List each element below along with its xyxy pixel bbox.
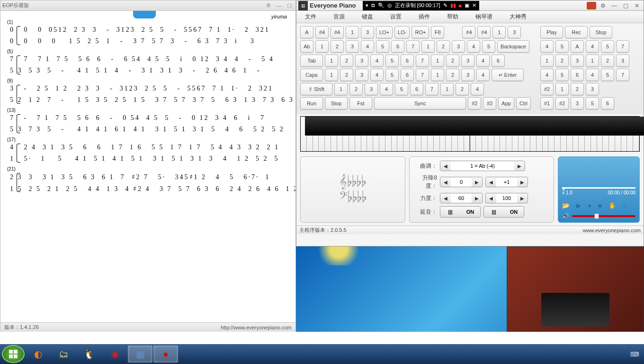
keyboard-key[interactable]: 1 [540, 55, 554, 67]
keyboard-key[interactable]: Rec [565, 26, 588, 38]
keyboard-key[interactable]: RO+ [411, 26, 429, 38]
keyboard-key[interactable]: #2 [540, 83, 554, 95]
volume-slider[interactable] [572, 215, 635, 217]
play-icon[interactable]: ▶ [576, 202, 581, 209]
keyboard-key[interactable]: Sync [374, 97, 466, 109]
start-button[interactable] [2, 345, 25, 363]
menu-item[interactable]: 键盘 [353, 13, 382, 21]
crop-icon[interactable]: ⧉ [371, 2, 375, 9]
keyboard-key[interactable]: Ctrl [516, 97, 531, 109]
minimize-icon[interactable]: — [275, 2, 283, 9]
keyboard-key[interactable]: 2 [437, 40, 450, 53]
loop-icon[interactable]: ↻ [623, 202, 628, 209]
keyboard-key[interactable]: A [300, 26, 313, 38]
sustain-left-toggle[interactable]: |||ON [440, 206, 481, 218]
keyboard-key[interactable]: 1 [431, 55, 444, 67]
keyboard-key[interactable]: 5 [385, 55, 399, 67]
keyboard-key[interactable]: 3 [355, 69, 368, 81]
keyboard-key[interactable]: 6 [391, 40, 404, 53]
camera-icon[interactable]: ▣ [465, 2, 469, 9]
playback-cursor[interactable] [133, 11, 156, 18]
player-timeline[interactable] [562, 187, 635, 189]
pause-rec-icon[interactable]: ▮▮ [450, 2, 456, 9]
taskbar-uc-browser[interactable]: ◐ [26, 346, 50, 363]
keyboard-key[interactable]: Caps [300, 69, 323, 81]
keyboard-key[interactable]: 5 [555, 69, 569, 81]
keyboard-key[interactable]: 4 [540, 40, 554, 53]
keyboard-key[interactable]: 3 [616, 55, 629, 67]
menu-item[interactable]: 设置 [382, 13, 410, 21]
keyboard-key[interactable]: F8 [431, 26, 444, 38]
keyboard-key[interactable]: 3 [571, 55, 584, 67]
keyboard-key[interactable]: 4 [476, 69, 490, 81]
open-icon[interactable]: 📂 [562, 202, 570, 209]
keyboard-key[interactable]: Backspace [497, 40, 529, 53]
keyboard-key[interactable]: 4 [467, 40, 480, 53]
menu-item[interactable]: 插件 [410, 13, 438, 21]
keyboard-key[interactable]: 5 [376, 40, 389, 53]
close-rec-icon[interactable]: ✕ [472, 2, 476, 9]
keyboard-key[interactable]: 4 [370, 55, 384, 67]
keyboard-key[interactable]: 1 [586, 55, 599, 67]
piano-black-key[interactable] [631, 117, 644, 136]
keyboard-key[interactable]: #4 [315, 26, 329, 38]
taskbar[interactable]: ◐🗂🐧◉▦● ⌨ [0, 344, 644, 364]
keyboard-key[interactable]: 5 [555, 40, 569, 53]
volume-icon[interactable]: 🔊 [562, 213, 569, 219]
keyboard-key[interactable]: 5 [395, 83, 408, 95]
keyboard-key[interactable]: 3 [361, 26, 374, 38]
keyboard-key[interactable]: 4 [586, 40, 599, 53]
language-toggle[interactable]: 简 [587, 2, 596, 9]
menu-item[interactable]: 文件 [296, 13, 325, 21]
keyboard-key[interactable]: 3 [508, 26, 521, 38]
keyboard-key[interactable]: 3 [365, 83, 378, 95]
keyboard-key[interactable]: 1 [431, 69, 444, 81]
maximize-icon[interactable]: ▢ [285, 2, 294, 9]
keyboard-key[interactable]: #4 [462, 26, 475, 38]
keyboard-key[interactable]: Run [300, 97, 323, 109]
stop-icon[interactable]: ■ [598, 202, 602, 209]
keyboard-key[interactable]: 4 [476, 55, 490, 67]
keyboard-key[interactable]: ↵ Enter [492, 69, 524, 81]
keyboard-key[interactable]: 2 [601, 55, 614, 67]
taskbar-recorder[interactable]: ● [153, 346, 178, 363]
menu-item[interactable]: 帮助 [438, 13, 467, 21]
menu-item[interactable]: 大神秀 [501, 13, 535, 21]
keyboard-key[interactable]: 2 [340, 69, 353, 81]
keyboard-key[interactable]: 3 [571, 97, 584, 109]
keyboard-key[interactable]: 5 [601, 69, 614, 81]
keyboard-key[interactable]: 3 [452, 40, 465, 53]
minimize-icon[interactable]: — [609, 2, 619, 9]
keyboard-key[interactable]: 5 [482, 40, 495, 53]
score-titlebar[interactable]: EOP乐谱架 ⚙ — ▢ [0, 0, 295, 11]
taskbar-netease[interactable]: ◉ [102, 346, 127, 363]
keyboard-key[interactable]: 5 [601, 40, 614, 53]
keyboard-key[interactable]: 1 [315, 40, 329, 53]
record-icon[interactable]: ● [588, 202, 591, 209]
keyboard-key[interactable]: 2 [349, 83, 363, 95]
keyboard-key[interactable]: #1 [540, 97, 554, 109]
hand-icon[interactable]: ✋ [608, 202, 616, 209]
key-prev-button[interactable]: ◀ [440, 161, 451, 171]
settings-icon[interactable]: ⚙ [598, 2, 608, 9]
keyboard-key[interactable]: 6 [571, 69, 584, 81]
keyboard-key[interactable]: 5 [586, 97, 599, 109]
zoom-icon[interactable]: 🔍 [378, 2, 385, 9]
keyboard-key[interactable]: 4 [471, 83, 484, 95]
keyboard-key[interactable]: Stop [590, 26, 612, 38]
keyboard-key[interactable]: 4 [586, 69, 599, 81]
keyboard-key[interactable]: A [571, 40, 584, 53]
keyboard-key[interactable]: 4 [370, 69, 384, 81]
keyboard-key[interactable]: 1 [555, 83, 569, 95]
sustain-right-toggle[interactable]: |||ON [483, 206, 524, 218]
stop-rec-icon[interactable]: ■ [459, 3, 462, 9]
keyboard-key[interactable]: 2 [331, 40, 344, 53]
keyboard-key[interactable]: 6 [410, 83, 423, 95]
velocity-right-stepper[interactable]: ◀100▶ [485, 193, 528, 203]
keyboard-key[interactable]: 2 [555, 55, 569, 67]
keyboard-key[interactable]: 4 [540, 69, 554, 81]
keyboard-key[interactable]: App [498, 97, 514, 109]
target-icon[interactable]: ◎ [387, 2, 392, 9]
keyboard-key[interactable]: #4 [331, 26, 344, 38]
keyboard-key[interactable]: 4 [380, 83, 393, 95]
